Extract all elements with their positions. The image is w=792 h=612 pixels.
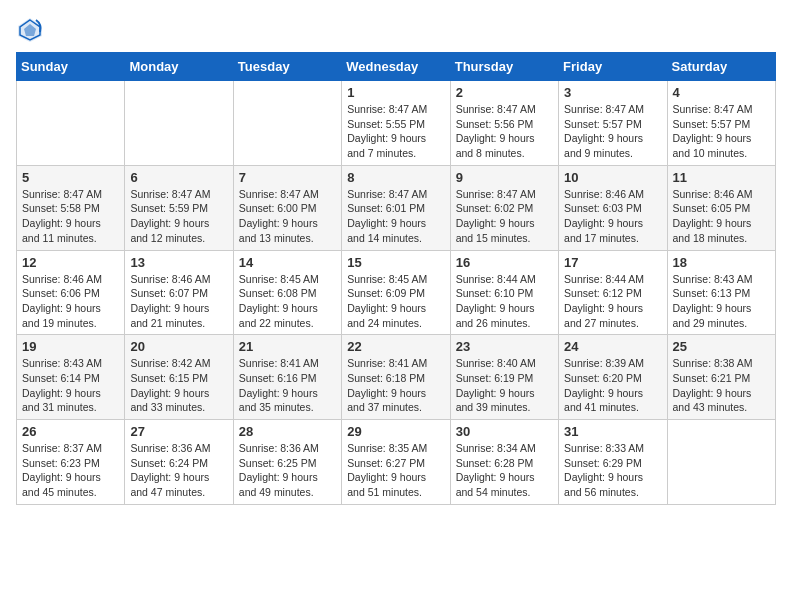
day-number: 20 [130,339,227,354]
calendar-cell: 20Sunrise: 8:42 AMSunset: 6:15 PMDayligh… [125,335,233,420]
day-number: 14 [239,255,336,270]
calendar-cell: 7Sunrise: 8:47 AMSunset: 6:00 PMDaylight… [233,165,341,250]
calendar-cell: 31Sunrise: 8:33 AMSunset: 6:29 PMDayligh… [559,420,667,505]
calendar-cell: 19Sunrise: 8:43 AMSunset: 6:14 PMDayligh… [17,335,125,420]
calendar-cell: 8Sunrise: 8:47 AMSunset: 6:01 PMDaylight… [342,165,450,250]
weekday-header: Saturday [667,53,775,81]
calendar-cell: 3Sunrise: 8:47 AMSunset: 5:57 PMDaylight… [559,81,667,166]
day-info: Sunrise: 8:34 AMSunset: 6:28 PMDaylight:… [456,441,553,500]
day-number: 1 [347,85,444,100]
calendar-cell: 14Sunrise: 8:45 AMSunset: 6:08 PMDayligh… [233,250,341,335]
day-info: Sunrise: 8:47 AMSunset: 5:57 PMDaylight:… [673,102,770,161]
calendar-cell: 27Sunrise: 8:36 AMSunset: 6:24 PMDayligh… [125,420,233,505]
day-number: 9 [456,170,553,185]
calendar-cell: 24Sunrise: 8:39 AMSunset: 6:20 PMDayligh… [559,335,667,420]
day-number: 22 [347,339,444,354]
day-info: Sunrise: 8:47 AMSunset: 6:02 PMDaylight:… [456,187,553,246]
weekday-header: Friday [559,53,667,81]
day-info: Sunrise: 8:46 AMSunset: 6:07 PMDaylight:… [130,272,227,331]
calendar-cell: 10Sunrise: 8:46 AMSunset: 6:03 PMDayligh… [559,165,667,250]
day-info: Sunrise: 8:41 AMSunset: 6:16 PMDaylight:… [239,356,336,415]
day-info: Sunrise: 8:47 AMSunset: 6:00 PMDaylight:… [239,187,336,246]
calendar-cell: 18Sunrise: 8:43 AMSunset: 6:13 PMDayligh… [667,250,775,335]
day-number: 17 [564,255,661,270]
day-number: 12 [22,255,119,270]
calendar-week-row: 26Sunrise: 8:37 AMSunset: 6:23 PMDayligh… [17,420,776,505]
day-number: 31 [564,424,661,439]
weekday-header-row: SundayMondayTuesdayWednesdayThursdayFrid… [17,53,776,81]
day-number: 8 [347,170,444,185]
calendar-week-row: 5Sunrise: 8:47 AMSunset: 5:58 PMDaylight… [17,165,776,250]
calendar-cell: 11Sunrise: 8:46 AMSunset: 6:05 PMDayligh… [667,165,775,250]
day-info: Sunrise: 8:40 AMSunset: 6:19 PMDaylight:… [456,356,553,415]
day-number: 15 [347,255,444,270]
day-number: 4 [673,85,770,100]
calendar-cell: 16Sunrise: 8:44 AMSunset: 6:10 PMDayligh… [450,250,558,335]
day-info: Sunrise: 8:36 AMSunset: 6:25 PMDaylight:… [239,441,336,500]
day-number: 18 [673,255,770,270]
day-info: Sunrise: 8:37 AMSunset: 6:23 PMDaylight:… [22,441,119,500]
day-info: Sunrise: 8:43 AMSunset: 6:14 PMDaylight:… [22,356,119,415]
weekday-header: Thursday [450,53,558,81]
day-info: Sunrise: 8:47 AMSunset: 5:56 PMDaylight:… [456,102,553,161]
calendar-cell: 13Sunrise: 8:46 AMSunset: 6:07 PMDayligh… [125,250,233,335]
day-info: Sunrise: 8:45 AMSunset: 6:09 PMDaylight:… [347,272,444,331]
day-info: Sunrise: 8:35 AMSunset: 6:27 PMDaylight:… [347,441,444,500]
calendar-cell: 25Sunrise: 8:38 AMSunset: 6:21 PMDayligh… [667,335,775,420]
calendar-cell [125,81,233,166]
day-number: 11 [673,170,770,185]
weekday-header: Tuesday [233,53,341,81]
day-info: Sunrise: 8:46 AMSunset: 6:06 PMDaylight:… [22,272,119,331]
day-number: 25 [673,339,770,354]
calendar-week-row: 1Sunrise: 8:47 AMSunset: 5:55 PMDaylight… [17,81,776,166]
calendar-cell: 15Sunrise: 8:45 AMSunset: 6:09 PMDayligh… [342,250,450,335]
day-info: Sunrise: 8:46 AMSunset: 6:03 PMDaylight:… [564,187,661,246]
day-number: 7 [239,170,336,185]
day-info: Sunrise: 8:36 AMSunset: 6:24 PMDaylight:… [130,441,227,500]
weekday-header: Monday [125,53,233,81]
day-number: 26 [22,424,119,439]
day-number: 3 [564,85,661,100]
calendar-cell: 28Sunrise: 8:36 AMSunset: 6:25 PMDayligh… [233,420,341,505]
day-info: Sunrise: 8:41 AMSunset: 6:18 PMDaylight:… [347,356,444,415]
day-number: 29 [347,424,444,439]
calendar-cell: 17Sunrise: 8:44 AMSunset: 6:12 PMDayligh… [559,250,667,335]
logo [16,16,48,44]
day-info: Sunrise: 8:45 AMSunset: 6:08 PMDaylight:… [239,272,336,331]
calendar-cell: 1Sunrise: 8:47 AMSunset: 5:55 PMDaylight… [342,81,450,166]
day-number: 6 [130,170,227,185]
day-number: 24 [564,339,661,354]
day-number: 13 [130,255,227,270]
calendar-table: SundayMondayTuesdayWednesdayThursdayFrid… [16,52,776,505]
day-info: Sunrise: 8:47 AMSunset: 5:57 PMDaylight:… [564,102,661,161]
day-info: Sunrise: 8:47 AMSunset: 5:55 PMDaylight:… [347,102,444,161]
day-info: Sunrise: 8:44 AMSunset: 6:12 PMDaylight:… [564,272,661,331]
day-info: Sunrise: 8:44 AMSunset: 6:10 PMDaylight:… [456,272,553,331]
day-number: 28 [239,424,336,439]
calendar-cell [17,81,125,166]
calendar-cell: 22Sunrise: 8:41 AMSunset: 6:18 PMDayligh… [342,335,450,420]
calendar-cell: 30Sunrise: 8:34 AMSunset: 6:28 PMDayligh… [450,420,558,505]
calendar-cell: 26Sunrise: 8:37 AMSunset: 6:23 PMDayligh… [17,420,125,505]
day-number: 23 [456,339,553,354]
day-number: 5 [22,170,119,185]
day-info: Sunrise: 8:33 AMSunset: 6:29 PMDaylight:… [564,441,661,500]
calendar-week-row: 19Sunrise: 8:43 AMSunset: 6:14 PMDayligh… [17,335,776,420]
calendar-cell: 4Sunrise: 8:47 AMSunset: 5:57 PMDaylight… [667,81,775,166]
day-info: Sunrise: 8:47 AMSunset: 5:58 PMDaylight:… [22,187,119,246]
calendar-cell [233,81,341,166]
calendar-cell: 5Sunrise: 8:47 AMSunset: 5:58 PMDaylight… [17,165,125,250]
day-number: 2 [456,85,553,100]
day-number: 30 [456,424,553,439]
calendar-cell: 21Sunrise: 8:41 AMSunset: 6:16 PMDayligh… [233,335,341,420]
calendar-week-row: 12Sunrise: 8:46 AMSunset: 6:06 PMDayligh… [17,250,776,335]
day-info: Sunrise: 8:39 AMSunset: 6:20 PMDaylight:… [564,356,661,415]
day-info: Sunrise: 8:43 AMSunset: 6:13 PMDaylight:… [673,272,770,331]
day-info: Sunrise: 8:46 AMSunset: 6:05 PMDaylight:… [673,187,770,246]
day-number: 19 [22,339,119,354]
calendar-cell [667,420,775,505]
calendar-cell: 23Sunrise: 8:40 AMSunset: 6:19 PMDayligh… [450,335,558,420]
weekday-header: Wednesday [342,53,450,81]
weekday-header: Sunday [17,53,125,81]
calendar-cell: 29Sunrise: 8:35 AMSunset: 6:27 PMDayligh… [342,420,450,505]
